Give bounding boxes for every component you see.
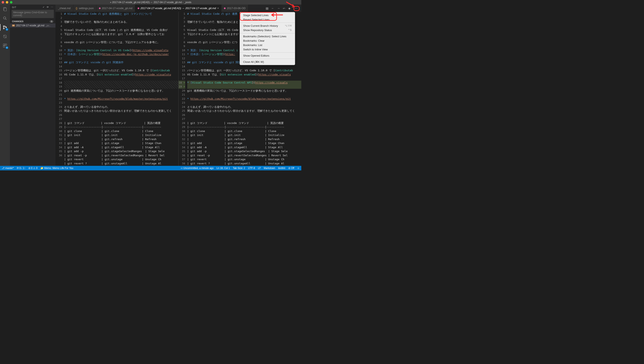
scm-sidebar: GIT ✓ ⟳ ⋯ Message (press Cmd+Enter to co… xyxy=(10,5,56,166)
menu-repo-status[interactable]: Show Repository Status⌃S xyxy=(240,28,295,32)
file-name: 2017-04-17-vcode_git.md xyxy=(16,24,44,27)
close-icon[interactable]: × xyxy=(217,7,219,10)
changes-label[interactable]: CHANGES xyxy=(12,20,24,23)
svg-line-3 xyxy=(6,19,6,20)
extensions-icon[interactable]: 5 xyxy=(2,43,8,49)
menu-bookmarks-clear[interactable]: Bookmarks: Clear xyxy=(240,39,295,43)
svg-rect-10 xyxy=(5,44,6,45)
minimize-window[interactable] xyxy=(6,1,8,4)
tab-settings[interactable]: {}settings.json xyxy=(73,5,96,12)
svg-point-6 xyxy=(6,27,6,28)
menu-inline-view[interactable]: Switch to Inline View xyxy=(240,47,295,52)
tab-od[interactable]: 2017-03-06-OD xyxy=(222,5,248,12)
encoding-status[interactable]: UTF-8 xyxy=(248,167,255,169)
titlebar: ● 2017-04-17-vcode_git.md (HEAD) ↔ 2017-… xyxy=(0,0,301,5)
scm-badge: 1 xyxy=(6,28,8,31)
more-icon[interactable]: ⋯ xyxy=(51,6,54,9)
open-changes-icon[interactable]: ▤ xyxy=(266,7,268,10)
file-path: _po... xyxy=(46,25,51,27)
activity-bar: 1 5 xyxy=(0,5,10,166)
eol-status[interactable]: LF xyxy=(258,167,261,169)
menu-stage-selected[interactable]: Stage Selected Lines xyxy=(240,13,295,18)
tab-vcode-git[interactable]: 2017-04-17-vcode_git.md xyxy=(96,5,135,12)
svg-rect-1 xyxy=(4,8,6,11)
menu-branch-history[interactable]: Show Current Branch History⌥⇧H xyxy=(240,24,295,28)
feedback-icon[interactable]: ☺ xyxy=(297,167,300,169)
svg-point-4 xyxy=(3,26,4,27)
changes-count: 1 xyxy=(50,20,54,23)
tab-diff-active[interactable]: 2017-04-17-vcode_git.md (HEAD) ↔ 2017-04… xyxy=(135,5,222,12)
memo-status[interactable]: 📁 Memo: Memo Life For You xyxy=(40,167,73,169)
more-actions-icon[interactable]: ⋯ xyxy=(294,6,298,11)
cursor-status[interactable]: Ln 18, Col 1 xyxy=(216,167,230,169)
search-icon[interactable] xyxy=(2,15,8,21)
commit-message-input[interactable]: Message (press Cmd+Enter to commit) xyxy=(12,10,54,18)
git-blame-status[interactable]: ⊸ Uncommitted, a minute ago xyxy=(180,167,214,169)
svg-rect-11 xyxy=(3,46,5,47)
branch-status[interactable]: ⎇ master* xyxy=(2,167,14,169)
close-window[interactable] xyxy=(2,1,4,4)
revert-file-icon[interactable]: ⤺ xyxy=(283,7,285,10)
editor-context-menu: Stage Selected Lines Revert Selected Lin… xyxy=(240,12,295,65)
modified-badge: M xyxy=(12,25,15,27)
nav-fwd-icon[interactable]: → xyxy=(277,7,280,10)
tab-cheat[interactable]: _cheat.md xyxy=(56,5,73,12)
tabsize-status[interactable]: Tab Size: 2 xyxy=(233,167,245,169)
tab-bar: _cheat.md {}settings.json 2017-04-17-vco… xyxy=(56,5,301,12)
menu-revert-selected[interactable]: Revert Selected Lines xyxy=(240,18,295,22)
changed-file[interactable]: M 2017-04-17-vcode_git.md _po... xyxy=(10,24,56,28)
toggle-whitespace-icon[interactable]: ◈ xyxy=(288,7,290,10)
explorer-icon[interactable] xyxy=(2,6,8,12)
window-controls xyxy=(2,1,12,4)
off-status[interactable]: ⊘ Off xyxy=(288,167,294,169)
sync-status[interactable]: ⟳ 0↓ 1↑ xyxy=(17,167,26,169)
status-bar: ⎇ master* ⟳ 0↓ 1↑ ⊘ 0 ⚠ 0 📁 Memo: Memo L… xyxy=(0,166,301,170)
language-status[interactable]: Markdown xyxy=(264,167,275,169)
editor-actions: ▤ ← → ⤺ ◈ ⋯ xyxy=(263,5,301,12)
menu-close-all[interactable]: Close All (⌘K W) xyxy=(240,60,295,64)
textlint-status[interactable]: textlint xyxy=(278,167,285,169)
menu-opened-editors[interactable]: Show Opened Editors xyxy=(240,54,295,58)
problems-status[interactable]: ⊘ 0 ⚠ 0 xyxy=(28,167,38,169)
debug-icon[interactable] xyxy=(2,34,8,39)
svg-point-5 xyxy=(3,28,4,29)
nav-back-icon[interactable]: ← xyxy=(271,7,274,10)
sidebar-title: GIT xyxy=(12,6,16,9)
svg-point-2 xyxy=(4,17,6,19)
zoom-window[interactable] xyxy=(10,1,12,4)
svg-rect-9 xyxy=(3,44,5,45)
menu-bookmarks-select[interactable]: Bookmarks (Selection): Select Lines xyxy=(240,34,295,39)
menu-bookmarks-list[interactable]: Bookmarks: List xyxy=(240,43,295,47)
refresh-icon[interactable]: ⟳ xyxy=(47,6,49,9)
commit-icon[interactable]: ✓ xyxy=(43,6,45,9)
diff-left-pane[interactable]: 1234567891011121314151617181920212223242… xyxy=(56,12,178,166)
window-title: ● 2017-04-17-vcode_git.md (HEAD) ↔ 2017-… xyxy=(0,1,301,4)
ext-badge: 5 xyxy=(6,46,8,49)
source-control-icon[interactable]: 1 xyxy=(2,25,8,30)
